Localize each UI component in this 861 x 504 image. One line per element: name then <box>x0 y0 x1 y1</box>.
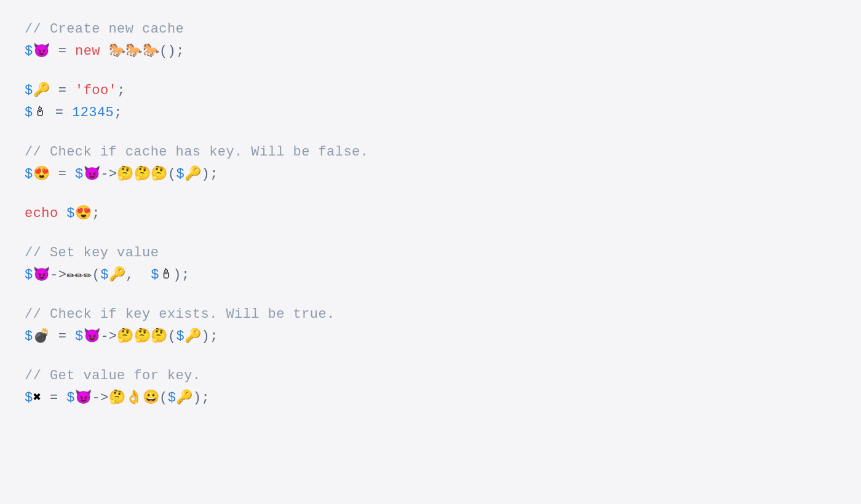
comment-check-true-text: // Check if key exists. Will be true. <box>25 304 335 325</box>
devil-emoji: 😈 <box>33 41 50 62</box>
x-emoji: ✖ <box>33 387 42 409</box>
comment-check-false-line: // Check if cache has key. Will be false… <box>25 141 836 163</box>
line-get: $✖ = $😈->🤔👌😀($🔑); <box>25 387 836 409</box>
arrow-3: -> <box>100 326 117 347</box>
dollar-heart-eyes: $ <box>25 163 33 185</box>
dollar-candle: $ <box>25 102 33 124</box>
assign-op-2: = <box>50 80 75 101</box>
comment-create-line: // Create new cache <box>25 18 836 41</box>
comment-get-text: // Get value for key. <box>25 365 201 387</box>
comment-check-true-line: // Check if key exists. Will be true. <box>25 304 836 326</box>
arrow-2: -> <box>50 264 66 286</box>
comment-create-text: // Create new cache <box>25 18 184 40</box>
dollar-candle-2: $ <box>151 264 159 286</box>
close-paren-1: ); <box>202 163 218 185</box>
semicolon-2: ; <box>114 102 122 124</box>
close-paren-3: ); <box>202 326 218 347</box>
new-keyword: new <box>75 41 109 62</box>
assign-op-3: = <box>47 102 72 124</box>
devil-emoji-3: 😈 <box>33 264 50 286</box>
key-emoji-2: 🔑 <box>184 163 201 185</box>
open-paren-4: ( <box>159 387 168 409</box>
devil-emoji-4: 😈 <box>84 326 100 347</box>
empty-line-2 <box>25 124 836 141</box>
key-emoji: 🔑 <box>33 80 50 101</box>
open-paren-1: ( <box>168 163 177 185</box>
line-echo: echo $😍; <box>25 203 836 225</box>
arrow-1: -> <box>100 163 117 185</box>
string-foo: 'foo' <box>75 80 117 101</box>
empty-line-6 <box>25 348 836 365</box>
dollar-devil-3: $ <box>25 264 33 286</box>
line-key-assign: $🔑 = 'foo'; <box>25 80 836 102</box>
dollar-devil: $ <box>25 41 33 62</box>
thinking-emojis: 🤔🤔🤔 <box>117 163 167 185</box>
bomb-emoji: 💣 <box>33 326 50 347</box>
key-emoji-4: 🔑 <box>184 326 201 347</box>
semicolon-3: ; <box>92 203 100 224</box>
echo-keyword: echo <box>25 203 66 224</box>
dollar-key-4: $ <box>176 326 184 347</box>
open-paren-3: ( <box>168 326 177 347</box>
line-check-true: $💣 = $😈->🤔🤔🤔($🔑); <box>25 326 836 348</box>
get-emojis: 🤔👌😀 <box>109 387 159 409</box>
devil-emoji-2: 😈 <box>84 163 100 185</box>
dollar-key-2: $ <box>176 163 184 185</box>
thinking-emojis-2: 🤔🤔🤔 <box>117 326 167 347</box>
line-check-false: $😍 = $😈->🤔🤔🤔($🔑); <box>25 163 836 186</box>
line-val-assign: $🕯 = 12345; <box>25 102 836 124</box>
assign-op-6: = <box>41 387 66 409</box>
dollar-devil-2: $ <box>75 163 84 185</box>
assign-op-4: = <box>50 163 75 185</box>
candle-emoji: 🕯 <box>33 102 47 124</box>
line-set: $😈->✏✏✏($🔑, $🕯); <box>25 264 836 286</box>
heart-eyes-emoji-2: 😍 <box>75 203 92 224</box>
comma-space: , <box>125 264 151 286</box>
comment-get-line: // Get value for key. <box>25 365 836 387</box>
empty-line-4 <box>25 225 836 242</box>
dollar-key: $ <box>25 80 33 101</box>
semicolon-1: ; <box>117 80 125 101</box>
dollar-devil-5: $ <box>66 387 75 409</box>
comment-set-line: // Set key value <box>25 242 836 264</box>
dollar-devil-4: $ <box>75 326 84 347</box>
code-block: // Create new cache $😈 = new 🐎🐎🐎(); $🔑 =… <box>0 0 861 504</box>
empty-line-1 <box>25 63 836 80</box>
dollar-x: $ <box>25 387 33 409</box>
open-paren-2: ( <box>92 264 100 286</box>
dollar-heart-eyes-2: $ <box>66 203 75 224</box>
number-12345: 12345 <box>72 102 114 124</box>
arrow-4: -> <box>92 387 108 409</box>
heart-eyes-emoji: 😍 <box>33 163 50 185</box>
comment-set-text: // Set key value <box>25 242 159 264</box>
assign-op: = <box>50 41 75 62</box>
empty-line-5 <box>25 286 836 304</box>
dollar-key-3: $ <box>100 264 109 286</box>
paren-semicolon: (); <box>159 41 184 62</box>
key-emoji-3: 🔑 <box>109 264 125 286</box>
pencil-emojis: ✏✏✏ <box>66 264 92 286</box>
dollar-key-5: $ <box>168 387 177 409</box>
candle-emoji-2: 🕯 <box>159 264 173 286</box>
key-emoji-5: 🔑 <box>176 387 192 409</box>
close-paren-2: ); <box>173 264 189 286</box>
close-paren-4: ); <box>193 387 210 409</box>
assign-op-5: = <box>50 326 75 347</box>
comment-check-false-text: // Check if cache has key. Will be false… <box>25 141 368 163</box>
horse-emojis: 🐎🐎🐎 <box>109 41 159 62</box>
line-new-cache: $😈 = new 🐎🐎🐎(); <box>25 41 836 63</box>
devil-emoji-5: 😈 <box>75 387 92 409</box>
dollar-bomb: $ <box>25 326 33 347</box>
empty-line-3 <box>25 186 836 203</box>
